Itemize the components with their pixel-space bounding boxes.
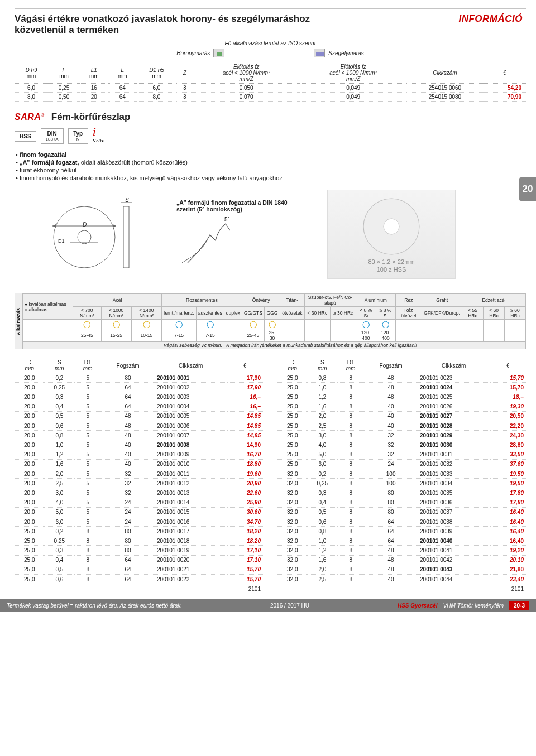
feature-bullets: finom fogazattal„A" formájú fogazat, old… [16, 151, 526, 182]
footer-vhm: VHM Tömör keményfém [443, 603, 504, 609]
badge-typ: TypN [68, 128, 88, 144]
product-table-right: DmmSmmD1mmFogszámCikkszám€25,00,88482001… [277, 358, 526, 594]
tooth-diagram: „A" formájú finom fogazattal a DIN 1840 … [176, 199, 294, 269]
brand-logo: SARA® [15, 112, 45, 122]
slot-milling-icon [213, 49, 224, 57]
section-tab: 20 [519, 177, 536, 201]
application-matrix: Alkalmazás ● kiválóan alkalmas○ alkalmas… [15, 293, 526, 349]
spec-badges: HSS DIN1837A TypN iVc/fz [15, 127, 526, 145]
cutting-values-table: D h9mmFmmL1mmLmmD1 h5mmZElőtolás fzacél … [15, 62, 526, 102]
product-name: Fém-körfűrészlap [51, 112, 131, 123]
svg-point-1 [78, 230, 91, 244]
diagram-row: DSD1 „A" formájú finom fogazattal a DIN … [48, 190, 526, 279]
header: Vágási értékre vonatkozó javaslatok horo… [15, 8, 526, 42]
svg-marker-4 [113, 224, 116, 228]
svg-marker-3 [52, 224, 56, 228]
info-badge: INFORMÁCIÓ [458, 13, 526, 25]
svg-text:5°: 5° [224, 216, 230, 223]
matrix-side-label: Alkalmazás [15, 293, 22, 349]
page-title: Vágási értékre vonatkozó javaslatok horo… [15, 13, 350, 35]
badge-din: DIN1837A [41, 128, 64, 144]
badge-hss: HSS [15, 131, 36, 142]
product-table-left: DmmSmmD1mmFogszámCikkszám€20,00,25802001… [15, 358, 263, 594]
footer-mid: 2016 / 2017 HU [270, 603, 309, 609]
application-icons: Horonymarás Szegélymarás [15, 49, 526, 57]
product-heading: SARA® Fém-körfűrészlap [15, 112, 526, 123]
product-photo: 80 × 1.2 × 22mm 100 z HSS [327, 190, 456, 279]
product-tables: DmmSmmD1mmFogszámCikkszám€20,00,25802001… [15, 358, 526, 594]
svg-rect-6 [123, 206, 129, 268]
footer-hss: HSS Gyorsacél [398, 603, 438, 609]
edge-milling-icon [314, 49, 325, 57]
svg-point-10 [384, 219, 399, 234]
footer-left: Termékek vastag betűvel = raktáron lévő … [7, 603, 182, 609]
app-label-2: Szegélymarás [328, 50, 363, 56]
iso-subtitle: Fő alkalmazási terület az ISO szerint [15, 40, 526, 46]
dimension-diagram: DSD1 [48, 198, 143, 271]
info-icon: iVc/fz [93, 127, 104, 145]
page-footer: Termékek vastag betűvel = raktáron lévő … [0, 599, 536, 612]
page-number: 20-3 [509, 601, 529, 610]
app-label-1: Horonymarás [176, 50, 210, 56]
